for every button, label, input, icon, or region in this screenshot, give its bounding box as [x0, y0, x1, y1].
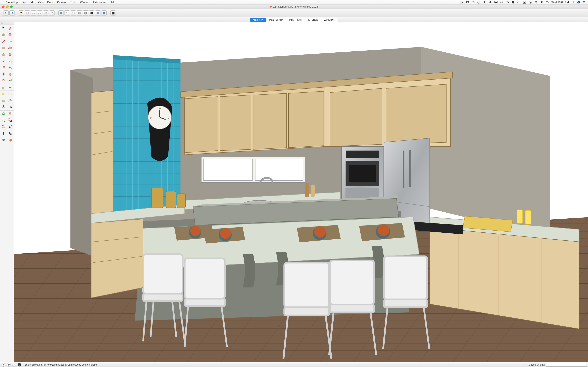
time-machine-icon[interactable]: [528, 1, 532, 4]
polygon-tool[interactable]: [7, 51, 14, 58]
glasses-icon[interactable]: [517, 1, 520, 4]
menu-tools[interactable]: Tools: [70, 1, 76, 4]
scene-tab-main-view[interactable]: Main View: [250, 18, 267, 22]
flame-icon[interactable]: [483, 1, 486, 4]
window-titlebar: 024-kitchen-start - SketchUp Pro 2018: [0, 4, 588, 9]
layers-button[interactable]: [111, 10, 116, 16]
record-icon[interactable]: [523, 1, 526, 4]
back-view-button[interactable]: [43, 10, 48, 16]
front-view-button[interactable]: [31, 10, 36, 16]
style-shaded-button[interactable]: [58, 10, 64, 16]
menu-camera[interactable]: Camera: [57, 1, 67, 4]
style-sky-button[interactable]: [101, 10, 107, 16]
undo-button[interactable]: [3, 10, 9, 16]
offset-tool[interactable]: [7, 84, 14, 91]
move-tool[interactable]: [0, 71, 7, 77]
style-wireframe-button[interactable]: [65, 10, 70, 16]
scene-tab-kitchen[interactable]: KITCHEN: [305, 18, 321, 22]
cloud-icon[interactable]: [471, 1, 475, 4]
3d-text-tool[interactable]: AA: [7, 104, 14, 110]
follow-me-tool[interactable]: [7, 77, 14, 84]
scene-tab-plan-raster[interactable]: Plan - Raster: [286, 18, 305, 22]
menu-help[interactable]: Help: [110, 1, 115, 4]
fullscreen-window-button[interactable]: [10, 6, 13, 8]
left-view-button[interactable]: [49, 10, 54, 16]
menu-edit[interactable]: Edit: [30, 1, 34, 4]
spotlight-icon[interactable]: [571, 1, 575, 4]
menu-draw[interactable]: Draw: [47, 1, 53, 4]
dimension-tool[interactable]: [7, 91, 14, 97]
freehand-tool[interactable]: [7, 38, 14, 45]
arc-tool[interactable]: [0, 58, 7, 64]
model-viewport[interactable]: 12369: [14, 22, 588, 362]
claim-button[interactable]: ●: [12, 363, 16, 367]
palette-titlebar[interactable]: [0, 22, 14, 25]
measurements-input[interactable]: [546, 363, 587, 367]
text-tool[interactable]: A1: [7, 97, 14, 104]
displays-icon[interactable]: [494, 1, 498, 4]
redo-button[interactable]: [9, 10, 15, 16]
siri-icon[interactable]: [577, 1, 580, 4]
screen-record-icon[interactable]: [460, 1, 463, 4]
geo-location-button[interactable]: ⊕: [2, 363, 5, 367]
scene-tab-wine-bar[interactable]: WINE BAR: [321, 18, 338, 22]
menu-extensions[interactable]: Extensions: [93, 1, 106, 4]
help-tip-button[interactable]: ?: [17, 363, 21, 367]
previous-view-tool[interactable]: [0, 124, 7, 130]
menu-window[interactable]: Window: [80, 1, 89, 4]
rotated-rect-tool[interactable]: [7, 45, 14, 51]
section-plane-tool[interactable]: [7, 137, 14, 143]
tape-measure-tool[interactable]: [0, 91, 7, 97]
axes-tool[interactable]: [0, 104, 7, 110]
eraser-tool[interactable]: [7, 25, 14, 31]
orbit-tool[interactable]: [0, 110, 7, 117]
line-tool[interactable]: [0, 38, 7, 45]
info-icon[interactable]: i: [477, 1, 480, 4]
app-name[interactable]: SketchUp: [6, 1, 18, 4]
select-tool[interactable]: [0, 25, 7, 31]
menu-view[interactable]: View: [38, 1, 43, 4]
zoom-window-tool[interactable]: [7, 117, 14, 124]
pie-tool[interactable]: [0, 64, 7, 71]
style-hidden-line-button[interactable]: [71, 10, 76, 16]
volume-icon[interactable]: [540, 1, 543, 4]
infinity-icon[interactable]: [500, 1, 503, 4]
position-camera-tool[interactable]: [0, 130, 7, 137]
dropbox-icon[interactable]: [466, 1, 469, 4]
hat-icon[interactable]: [489, 1, 492, 4]
zoom-tool[interactable]: [0, 117, 7, 124]
minimize-window-button[interactable]: [6, 6, 9, 8]
protractor-tool[interactable]: [0, 97, 7, 104]
top-view-button[interactable]: [25, 10, 30, 16]
switch-icon[interactable]: [506, 1, 509, 4]
svg-rect-99: [151, 188, 163, 208]
paint-bucket-tool[interactable]: [0, 31, 7, 38]
look-around-tool[interactable]: [0, 137, 7, 143]
zoom-extents-tool[interactable]: [7, 124, 14, 130]
three-point-arc-tool[interactable]: [7, 64, 14, 71]
wifi-icon[interactable]: [534, 1, 537, 4]
menubar-clock[interactable]: Wed 10:00 AM: [552, 1, 569, 4]
style-shaded-textures-button[interactable]: [77, 10, 82, 16]
evernote-icon[interactable]: [511, 1, 515, 4]
menu-file[interactable]: File: [22, 1, 26, 4]
notification-center-icon[interactable]: [583, 1, 586, 4]
rectangle-tool[interactable]: [0, 45, 7, 51]
scale-tool[interactable]: [0, 84, 7, 91]
credits-button[interactable]: ©: [7, 363, 11, 367]
two-point-arc-tool[interactable]: [7, 58, 14, 64]
right-view-button[interactable]: [37, 10, 42, 16]
iso-view-button[interactable]: [18, 10, 24, 16]
close-window-button[interactable]: [2, 6, 4, 8]
pan-tool[interactable]: [7, 110, 14, 117]
rotate-tool[interactable]: [0, 77, 7, 84]
battery-icon[interactable]: [546, 1, 549, 4]
push-pull-tool[interactable]: [7, 71, 14, 77]
circle-tool[interactable]: [0, 51, 7, 58]
scene-tab-plan-section[interactable]: Plan - Section: [267, 18, 286, 22]
style-back-edges-button[interactable]: [95, 10, 100, 16]
style-monochrome-button[interactable]: [83, 10, 88, 16]
material-tool[interactable]: [7, 31, 14, 38]
walk-tool[interactable]: [7, 130, 14, 137]
style-xray-button[interactable]: [89, 10, 94, 16]
